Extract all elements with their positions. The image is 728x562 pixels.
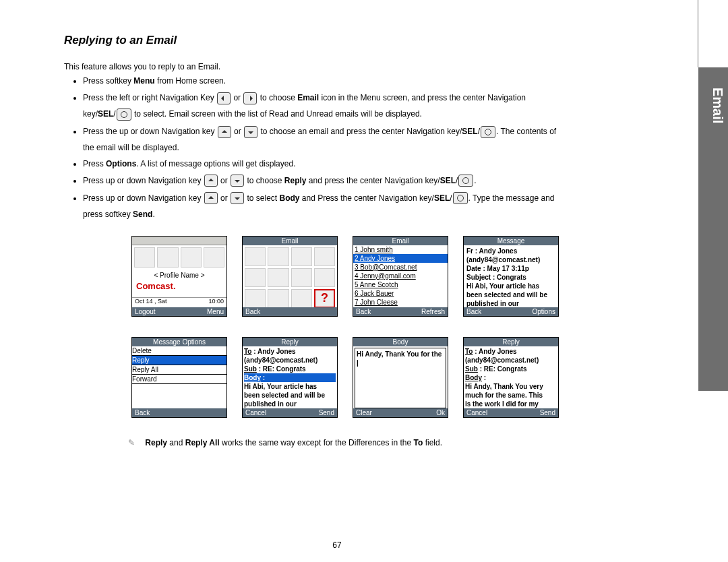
softkey-left: Clear (356, 409, 372, 416)
nav-right-icon (243, 92, 257, 104)
softkey-left: Logout (135, 308, 156, 315)
home-icon (157, 247, 178, 268)
msg-line: Date : May 17 3:11p (466, 265, 529, 272)
page-title: Replying to an Email (64, 34, 559, 47)
list-item-selected: 2 Andy Jones (353, 254, 448, 263)
msg-line: Hi Abi, Your article has (466, 282, 539, 290)
screen-menu: Email ? Back (242, 236, 338, 317)
nav-up-icon (204, 192, 218, 204)
softkey-left: Cancel (466, 409, 487, 416)
screen-home: < Profile Name > Comcast. Oct 14 , Sat10… (131, 236, 227, 317)
list-item: 1 John smith (353, 245, 448, 254)
note-icon: ✎ (128, 438, 139, 447)
softkey-left: Back (356, 308, 371, 315)
screen-title: Message (464, 237, 558, 245)
list-item: 7 John Cleese (353, 298, 448, 307)
list-item: 5 Anne Scotch (353, 280, 448, 289)
body-text: Hi Andy, Thank You for the | (357, 350, 442, 367)
list-item: 6 Jack Bauer (353, 289, 448, 298)
step-1: Press softkey Menu from Home screen. (83, 75, 559, 87)
brand-logo: Comcast. (132, 281, 226, 292)
home-date: Oct 14 , Sat (135, 298, 167, 306)
menu-icon (314, 247, 335, 266)
screenshots-grid: < Profile Name > Comcast. Oct 14 , Sat10… (131, 236, 559, 418)
sel-key-icon (458, 175, 473, 187)
sel-key-icon (453, 192, 468, 204)
menu-icon (245, 289, 266, 307)
screen-title: Message Options (132, 338, 226, 346)
softkey-right: Ok (436, 409, 445, 416)
screen-title: Reply (243, 338, 337, 346)
softkey-left: Back (466, 308, 481, 315)
msg-line: Fr : Andy Jones (466, 247, 517, 255)
step-3: Press the up or down Navigation key or t… (83, 123, 559, 156)
intro-text: This feature allows you to reply to an E… (64, 62, 559, 71)
menu-icon (268, 289, 289, 307)
home-icon (134, 247, 155, 268)
menu-icon (245, 268, 266, 287)
sel-key-icon (481, 126, 495, 138)
screen-body-edit: Body Hi Andy, Thank You for the | ClearO… (353, 337, 448, 418)
nav-up-icon (204, 175, 218, 187)
screen-email-list: Email 1 John smith 2 Andy Jones 3 Bob@Co… (353, 236, 448, 317)
msg-line: published in our (466, 300, 519, 307)
msg-line: been selected and will be (466, 291, 547, 299)
nav-down-icon (244, 126, 257, 138)
home-icon (204, 247, 224, 268)
menu-icon (245, 247, 266, 266)
nav-left-icon (217, 92, 231, 104)
side-tab-top (698, 0, 728, 67)
screen-title: Body (353, 338, 448, 346)
instruction-list: Press softkey Menu from Home screen. Pre… (71, 75, 559, 222)
footnote: ✎ Reply and Reply All works the same way… (128, 438, 559, 447)
list-item: 4 Jenny@gmail.com (353, 272, 448, 280)
softkey-right: Options (533, 308, 555, 315)
msg-line: (andy84@comcast.net) (466, 256, 540, 263)
msg-line: Subject : Congrats (466, 274, 526, 281)
step-5: Press up or down Navigation key or to ch… (83, 173, 559, 189)
softkey-right: Refresh (421, 308, 445, 315)
step-6: Press up or down Navigation key or to se… (83, 190, 559, 222)
option-item: Delete (132, 346, 226, 356)
sel-key-icon (117, 108, 131, 121)
status-bar (132, 237, 226, 245)
side-label: Email (710, 88, 725, 123)
list-item: 3 Bob@Comcast.net (353, 263, 448, 272)
menu-icon-help: ? (314, 289, 335, 307)
softkey-left: Cancel (245, 409, 266, 416)
screen-title: Email (243, 237, 337, 245)
softkey-left: Back (135, 409, 150, 416)
screen-reply-body-selected: Reply To : Andy Jones (andy84@comcast.ne… (242, 337, 338, 418)
menu-icon (314, 268, 335, 287)
home-icon (181, 247, 202, 268)
menu-icon (268, 268, 289, 287)
profile-name: < Profile Name > (132, 270, 226, 281)
screen-message-options: Message Options Delete Reply Reply All F… (131, 337, 227, 418)
step-4: Press Options. A list of message options… (83, 158, 559, 170)
nav-up-icon (218, 126, 231, 138)
softkey-right: Menu (207, 308, 224, 315)
softkey-right: Send (540, 409, 555, 416)
option-item-selected: Reply (132, 356, 226, 365)
step-2: Press the left or right Navigation Key o… (83, 90, 559, 122)
menu-icon (268, 247, 289, 266)
screen-title: Email (353, 237, 448, 245)
nav-down-icon (231, 192, 244, 204)
home-time: 10:00 (208, 298, 224, 306)
screen-message: Message Fr : Andy Jones (andy84@comcast.… (463, 236, 559, 317)
softkey-right: Send (319, 409, 334, 416)
option-item: Reply All (132, 365, 226, 375)
screen-reply-composed: Reply To : Andy Jones (andy84@comcast.ne… (463, 337, 559, 418)
page-number: 67 (0, 540, 674, 550)
softkey-left: Back (245, 308, 260, 315)
menu-icon (291, 247, 312, 266)
screen-title: Reply (464, 338, 558, 346)
menu-icon (291, 268, 312, 287)
nav-down-icon (231, 175, 244, 187)
menu-icon (291, 289, 312, 307)
option-item: Forward (132, 375, 226, 384)
